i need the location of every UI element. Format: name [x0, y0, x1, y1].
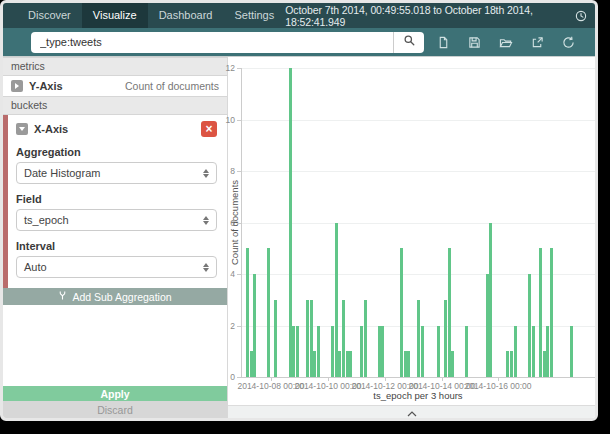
new-visualization-icon[interactable] — [437, 36, 450, 49]
chart-bar[interactable] — [296, 326, 299, 378]
interval-field-label: Interval — [16, 240, 217, 252]
chart-bar[interactable] — [338, 351, 341, 377]
aggregation-select[interactable]: Date Histogram — [16, 162, 217, 184]
chart-bar[interactable] — [349, 351, 352, 377]
chart-bar[interactable] — [465, 326, 468, 378]
chart-bar[interactable] — [253, 274, 256, 377]
chevron-up-icon — [407, 403, 417, 421]
chart-bar[interactable] — [417, 300, 420, 377]
chart-bar[interactable] — [331, 326, 334, 378]
open-folder-icon[interactable] — [499, 36, 513, 49]
chart-bar[interactable] — [506, 351, 509, 377]
chart-bar[interactable] — [246, 248, 249, 377]
chart-bar[interactable] — [364, 300, 367, 377]
chart-bar[interactable] — [539, 248, 542, 377]
chart-bar[interactable] — [306, 300, 309, 377]
y-tick-mark — [237, 68, 241, 69]
tab-visualize[interactable]: Visualize — [82, 3, 148, 28]
app-window: Discover Visualize Dashboard Settings Oc… — [0, 0, 598, 421]
y-tick-mark — [237, 326, 241, 327]
chart-bar[interactable] — [360, 326, 363, 378]
apply-button[interactable]: Apply — [3, 386, 227, 401]
y-axis-agg-row: Y-Axis Count of documents — [3, 76, 227, 96]
collapse-editor-strip[interactable] — [228, 405, 595, 418]
interval-select[interactable]: Auto — [16, 256, 217, 278]
chevron-down-icon — [19, 127, 25, 131]
chart-bar[interactable] — [342, 300, 345, 377]
tab-dashboard[interactable]: Dashboard — [148, 3, 224, 28]
y-axis-expand-toggle[interactable] — [11, 80, 23, 92]
select-stepper-icon — [203, 216, 209, 225]
chart-bar[interactable] — [532, 326, 535, 378]
y-tick-mark — [237, 120, 241, 121]
x-axis-agg-panel: X-Axis × Aggregation Date Histogram Fiel… — [3, 115, 227, 288]
search-button[interactable] — [393, 32, 424, 53]
search-bar — [3, 28, 595, 57]
plot-area: 0246810122014-10-08 00:002014-10-10 00:0… — [241, 68, 596, 378]
y-gridline — [242, 274, 596, 275]
aggregation-field-label: Aggregation — [16, 146, 217, 158]
clock-icon — [575, 10, 587, 22]
chart-bar[interactable] — [400, 248, 403, 377]
chart-bar[interactable] — [489, 223, 492, 378]
refresh-icon[interactable] — [562, 36, 575, 49]
chart-bar[interactable] — [510, 351, 513, 377]
x-axis-header: X-Axis × — [16, 121, 217, 137]
search-input[interactable] — [31, 32, 393, 53]
chart-bar[interactable] — [550, 248, 553, 377]
y-gridline — [242, 223, 596, 224]
chart-bar[interactable] — [528, 274, 531, 377]
timepicker[interactable]: October 7th 2014, 00:49:55.018 to Octobe… — [285, 3, 595, 28]
add-sub-aggregation-label: Add Sub Aggregation — [72, 291, 171, 303]
chart-bar[interactable] — [317, 326, 320, 378]
save-icon[interactable] — [468, 36, 481, 49]
y-tick-label: 4 — [230, 269, 235, 279]
y-tick-label: 12 — [226, 63, 235, 73]
chart-bar[interactable] — [514, 326, 517, 378]
chart-bar[interactable] — [407, 351, 410, 377]
sidebar-spacer — [3, 305, 227, 386]
share-icon[interactable] — [531, 36, 544, 49]
x-axis-collapse-toggle[interactable] — [16, 123, 28, 135]
tab-settings[interactable]: Settings — [223, 3, 285, 28]
add-sub-aggregation-button[interactable]: Add Sub Aggregation — [3, 288, 227, 305]
tab-discover[interactable]: Discover — [17, 3, 82, 28]
select-stepper-icon — [203, 263, 209, 272]
chart-panel: Count of documents 0246810122014-10-08 0… — [228, 57, 595, 418]
y-tick-label: 0 — [230, 372, 235, 382]
y-tick-label: 8 — [230, 166, 235, 176]
y-tick-mark — [237, 274, 241, 275]
y-tick-label: 10 — [226, 115, 235, 125]
remove-x-axis-button[interactable]: × — [201, 121, 217, 137]
chart-bar[interactable] — [292, 326, 295, 378]
field-select[interactable]: ts_epoch — [16, 209, 217, 231]
y-tick-label: 6 — [230, 218, 235, 228]
chevron-right-icon — [15, 83, 19, 89]
y-gridline — [242, 120, 596, 121]
chart-bar[interactable] — [274, 300, 277, 377]
content: metrics Y-Axis Count of documents bucket… — [3, 57, 595, 418]
query-input-group — [31, 32, 424, 53]
chart-bar[interactable] — [313, 351, 316, 377]
chart-bar[interactable] — [451, 351, 454, 377]
chart-bar[interactable] — [437, 326, 440, 378]
field-select-value: ts_epoch — [24, 214, 69, 226]
x-axis-title: ts_epoch per 3 hours — [241, 390, 595, 401]
chart-bar[interactable] — [546, 326, 549, 378]
y-gridline — [242, 171, 596, 172]
discard-button[interactable]: Discard — [3, 401, 227, 418]
y-gridline — [242, 68, 596, 69]
field-field-label: Field — [16, 193, 217, 205]
chart-bar[interactable] — [381, 326, 384, 378]
branch-icon — [58, 290, 67, 303]
y-tick-mark — [237, 171, 241, 172]
chart-bar[interactable] — [444, 300, 447, 377]
select-stepper-icon — [203, 169, 209, 178]
interval-select-value: Auto — [24, 261, 47, 273]
chart-bar[interactable] — [570, 326, 573, 378]
chart-bar[interactable] — [267, 248, 270, 377]
timepicker-range[interactable]: October 7th 2014, 00:49:55.018 to Octobe… — [285, 4, 569, 28]
y-tick-mark — [237, 223, 241, 224]
chart-bar[interactable] — [421, 326, 424, 378]
visualization-toolbar — [437, 36, 581, 49]
